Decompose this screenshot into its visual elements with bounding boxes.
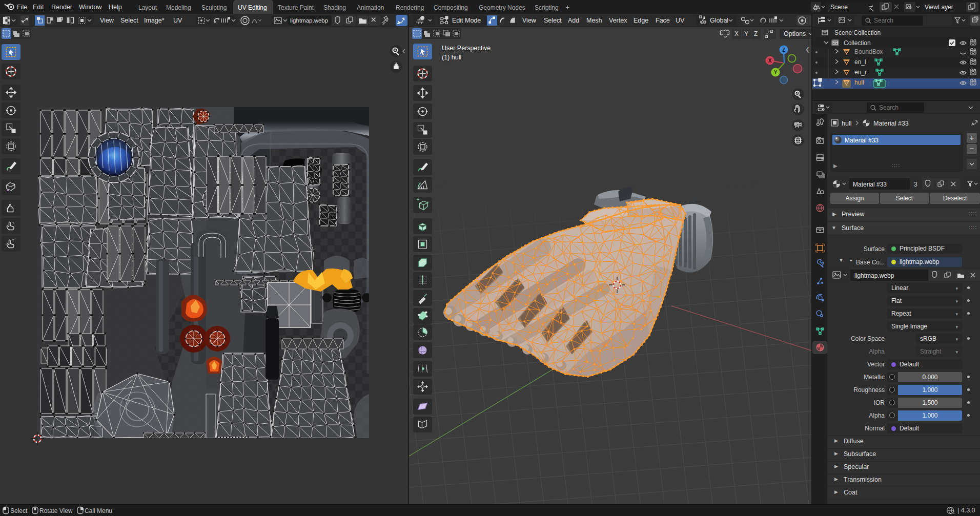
svg-text:Scene Collection: Scene Collection [834,29,881,36]
svg-text:Search: Search [874,17,893,24]
svg-text:ViewLayer: ViewLayer [925,4,953,11]
svg-text:en_l: en_l [854,58,866,66]
svg-text:BoundBox: BoundBox [854,48,883,55]
svg-text:en_r: en_r [854,69,867,76]
svg-text:Y: Y [744,30,748,37]
svg-text:lightmap.webp: lightmap.webp [854,272,894,279]
svg-text:Material #33: Material #33 [845,137,879,144]
svg-text:hull: hull [854,79,864,86]
svg-text:Options: Options [784,30,806,37]
svg-text:3: 3 [914,181,917,188]
svg-text:Z: Z [754,30,758,37]
svg-text:Collection: Collection [844,39,871,47]
svg-text:1: 1 [953,511,955,514]
svg-text:Edit Mode: Edit Mode [452,17,481,24]
svg-text:X: X [768,58,772,64]
svg-text:Global: Global [710,17,728,24]
svg-text:X: X [734,30,739,37]
svg-text:Material #33: Material #33 [853,181,887,188]
svg-text:Material #33: Material #33 [873,120,909,127]
svg-text:lightmap.webp: lightmap.webp [290,17,328,24]
svg-text:Scene: Scene [830,4,848,11]
svg-text:Y: Y [774,70,778,75]
svg-text:hull: hull [842,120,851,127]
svg-text:Z: Z [782,47,785,53]
svg-text:Search: Search [879,104,899,111]
